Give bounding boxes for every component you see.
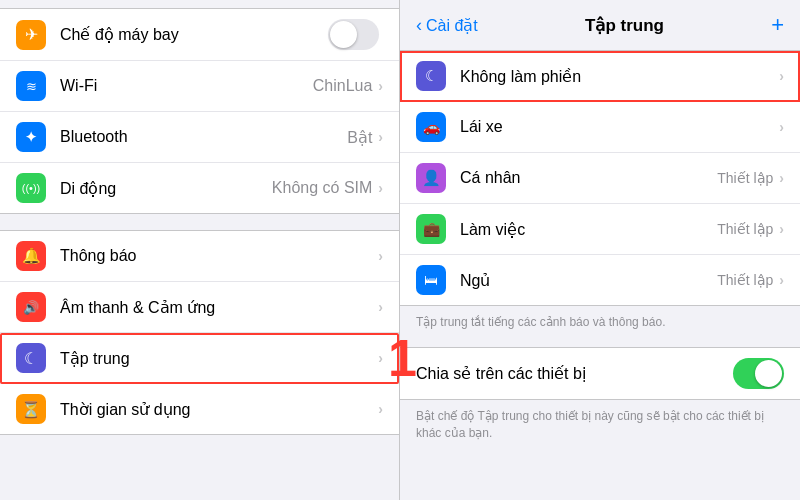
share-label: Chia sẻ trên các thiết bị — [416, 364, 733, 383]
cellular-label: Di động — [60, 179, 272, 198]
sounds-row[interactable]: 🔊 Âm thanh & Cảm ứng › — [0, 282, 399, 333]
bluetooth-icon: ✦ — [16, 122, 46, 152]
page-title: Tập trung — [585, 15, 664, 36]
airplane-row[interactable]: ✈ Chế độ máy bay — [0, 9, 399, 61]
cellular-value: Không có SIM — [272, 179, 373, 197]
left-panel: ✈ Chế độ máy bay ≋ Wi-Fi ChinLua › ✦ Blu… — [0, 0, 400, 500]
share-group: Chia sẻ trên các thiết bị — [400, 347, 800, 400]
airplane-toggle-knob — [330, 21, 357, 48]
airplane-label: Chế độ máy bay — [60, 25, 328, 44]
focus-label: Tập trung — [60, 349, 378, 368]
airplane-toggle[interactable] — [328, 19, 379, 50]
share-toggle-knob — [755, 360, 782, 387]
wifi-label: Wi-Fi — [60, 77, 313, 95]
personal-chevron: › — [779, 170, 784, 186]
screentime-label: Thời gian sử dụng — [60, 400, 378, 419]
divider-1 — [0, 214, 399, 222]
notifications-chevron: › — [378, 248, 383, 264]
back-button[interactable]: ‹ Cài đặt — [416, 15, 478, 36]
wifi-icon: ≋ — [16, 71, 46, 101]
settings-group-connectivity: ✈ Chế độ máy bay ≋ Wi-Fi ChinLua › ✦ Blu… — [0, 8, 399, 214]
cellular-icon: ((•)) — [16, 173, 46, 203]
airplane-icon: ✈ — [16, 20, 46, 50]
focus-row[interactable]: ☾ Tập trung › 1 — [0, 333, 399, 384]
cellular-chevron: › — [378, 180, 383, 196]
sleep-icon: 🛏 — [416, 265, 446, 295]
personal-label: Cá nhân — [460, 169, 717, 187]
personal-value: Thiết lập — [717, 170, 773, 186]
driving-row[interactable]: 🚗 Lái xe › — [400, 102, 800, 153]
wifi-value: ChinLua — [313, 77, 373, 95]
screentime-row[interactable]: ⏳ Thời gian sử dụng › — [0, 384, 399, 434]
notifications-row[interactable]: 🔔 Thông báo › — [0, 231, 399, 282]
back-chevron-icon: ‹ — [416, 15, 422, 36]
driving-icon: 🚗 — [416, 112, 446, 142]
share-footer-text: Bật chế độ Tập trung cho thiết bị này cũ… — [400, 400, 800, 450]
dnd-chevron: › — [779, 68, 784, 84]
driving-label: Lái xe — [460, 118, 779, 136]
sleep-row[interactable]: 🛏 Ngủ Thiết lập › — [400, 255, 800, 305]
cellular-row[interactable]: ((•)) Di động Không có SIM › — [0, 163, 399, 213]
bluetooth-chevron: › — [378, 129, 383, 145]
share-row[interactable]: Chia sẻ trên các thiết bị — [400, 348, 800, 399]
bluetooth-label: Bluetooth — [60, 128, 347, 146]
work-chevron: › — [779, 221, 784, 237]
sounds-chevron: › — [378, 299, 383, 315]
sounds-label: Âm thanh & Cảm ứng — [60, 298, 378, 317]
personal-row[interactable]: 👤 Cá nhân Thiết lập › — [400, 153, 800, 204]
sleep-label: Ngủ — [460, 271, 717, 290]
work-label: Làm việc — [460, 220, 717, 239]
back-label: Cài đặt — [426, 16, 478, 35]
sounds-icon: 🔊 — [16, 292, 46, 322]
settings-group-system: 🔔 Thông báo › 🔊 Âm thanh & Cảm ứng › ☾ T… — [0, 230, 399, 435]
work-icon: 💼 — [416, 214, 446, 244]
personal-icon: 👤 — [416, 163, 446, 193]
share-toggle[interactable] — [733, 358, 784, 389]
bluetooth-row[interactable]: ✦ Bluetooth Bật › — [0, 112, 399, 163]
notifications-label: Thông báo — [60, 247, 378, 265]
work-value: Thiết lập — [717, 221, 773, 237]
driving-chevron: › — [779, 119, 784, 135]
bluetooth-value: Bật — [347, 128, 372, 147]
notifications-icon: 🔔 — [16, 241, 46, 271]
wifi-row[interactable]: ≋ Wi-Fi ChinLua › — [0, 61, 399, 112]
screentime-icon: ⏳ — [16, 394, 46, 424]
wifi-chevron: › — [378, 78, 383, 94]
work-row[interactable]: 💼 Làm việc Thiết lập › — [400, 204, 800, 255]
focus-chevron: › — [378, 350, 383, 366]
sleep-chevron: › — [779, 272, 784, 288]
sleep-value: Thiết lập — [717, 272, 773, 288]
right-panel: ‹ Cài đặt Tập trung + ☾ Không làm phiền … — [400, 0, 800, 500]
dnd-icon: ☾ — [416, 61, 446, 91]
focus-icon: ☾ — [16, 343, 46, 373]
right-header: ‹ Cài đặt Tập trung + — [400, 0, 800, 46]
focus-footer-text: Tập trung tắt tiếng các cảnh báo và thôn… — [400, 306, 800, 339]
add-button[interactable]: + — [771, 12, 784, 38]
dnd-row[interactable]: ☾ Không làm phiền › 2 — [400, 51, 800, 102]
dnd-label: Không làm phiền — [460, 67, 779, 86]
focus-modes-group: ☾ Không làm phiền › 2 🚗 Lái xe › 👤 Cá nh… — [400, 50, 800, 306]
screentime-chevron: › — [378, 401, 383, 417]
